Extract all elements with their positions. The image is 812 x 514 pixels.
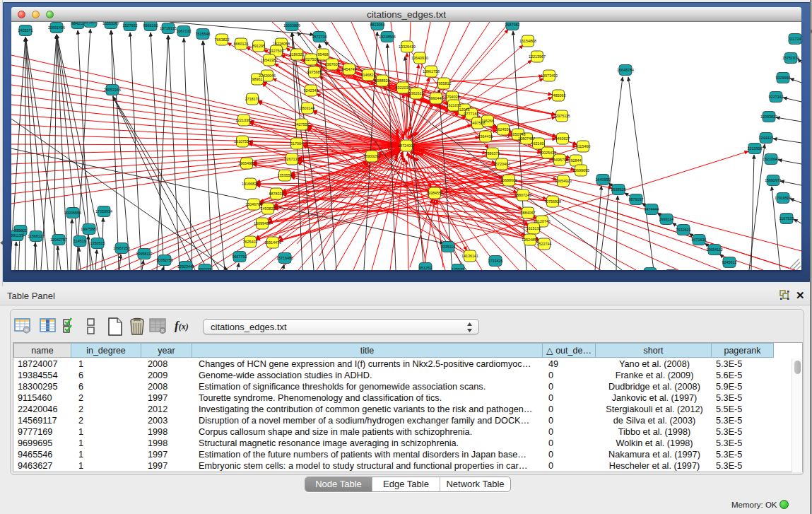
svg-text:10025438: 10025438 <box>539 151 556 155</box>
svg-text:16914479: 16914479 <box>264 240 281 245</box>
svg-text:70756928: 70756928 <box>544 199 561 204</box>
svg-text:8454749: 8454749 <box>342 67 357 71</box>
svg-text:3624554: 3624554 <box>496 127 511 132</box>
svg-text:19166825: 19166825 <box>242 182 259 186</box>
svg-text:15720407: 15720407 <box>493 162 510 166</box>
svg-text:3215958: 3215958 <box>748 146 763 151</box>
svg-text:15226058: 15226058 <box>273 42 290 46</box>
svg-text:11568127: 11568127 <box>28 234 45 238</box>
svg-text:125387: 125387 <box>84 22 97 24</box>
svg-text:8186323: 8186323 <box>290 52 305 57</box>
svg-text:3572734: 3572734 <box>312 35 327 39</box>
svg-text:9146821: 9146821 <box>361 73 376 77</box>
svg-text:16033809: 16033809 <box>283 23 300 28</box>
svg-text:17359934: 17359934 <box>95 209 112 214</box>
svg-text:20691406: 20691406 <box>48 25 65 30</box>
svg-text:10973493: 10973493 <box>541 74 558 78</box>
svg-text:8660124: 8660124 <box>234 42 249 46</box>
svg-text:7515546: 7515546 <box>196 32 211 36</box>
svg-text:10654112: 10654112 <box>706 247 723 252</box>
svg-text:1353554: 1353554 <box>278 173 293 177</box>
svg-text:9777169: 9777169 <box>464 112 479 116</box>
svg-text:9245612: 9245612 <box>722 260 737 264</box>
svg-text:10699695: 10699695 <box>572 168 589 173</box>
svg-text:125533: 125533 <box>452 267 464 270</box>
svg-text:9474444: 9474444 <box>645 207 659 211</box>
svg-text:16210643: 16210643 <box>763 157 779 161</box>
svg-text:9327509: 9327509 <box>269 49 284 53</box>
svg-text:62160: 62160 <box>534 141 544 146</box>
svg-text:984211: 984211 <box>71 22 84 25</box>
svg-text:16107554: 16107554 <box>234 139 251 144</box>
svg-text:1615132: 1615132 <box>526 226 541 230</box>
svg-text:1405571: 1405571 <box>18 28 33 33</box>
svg-text:9115460: 9115460 <box>576 144 591 148</box>
svg-text:1527602: 1527602 <box>123 23 138 28</box>
svg-text:1244415: 1244415 <box>759 136 774 140</box>
svg-text:7485063: 7485063 <box>551 93 566 98</box>
svg-text:2522744: 2522744 <box>537 242 552 246</box>
svg-text:15751074: 15751074 <box>782 56 799 60</box>
svg-text:9335114: 9335114 <box>441 245 456 249</box>
svg-text:1733426: 1733426 <box>488 259 503 263</box>
svg-text:1493822: 1493822 <box>261 206 276 211</box>
svg-text:7625402: 7625402 <box>243 240 258 244</box>
svg-text:13325419: 13325419 <box>399 45 416 49</box>
svg-text:6990448: 6990448 <box>429 96 444 100</box>
svg-text:12975115: 12975115 <box>553 114 570 118</box>
svg-text:6879197: 6879197 <box>629 197 644 201</box>
svg-text:9242343: 9242343 <box>304 88 319 93</box>
svg-text:2933114: 2933114 <box>659 217 674 221</box>
svg-text:9329966: 9329966 <box>776 76 791 80</box>
svg-text:2803144: 2803144 <box>300 106 315 110</box>
svg-text:10807487: 10807487 <box>518 136 535 141</box>
svg-text:16154808: 16154808 <box>519 39 536 43</box>
svg-text:1588520: 1588520 <box>375 78 390 83</box>
svg-text:7886372: 7886372 <box>486 151 500 156</box>
svg-text:12213967: 12213967 <box>529 54 546 59</box>
svg-text:13524851: 13524851 <box>522 238 539 242</box>
svg-text:19384554: 19384554 <box>426 191 443 195</box>
svg-text:317004: 317004 <box>290 141 303 146</box>
svg-text:16099489: 16099489 <box>254 221 271 226</box>
svg-text:8878332: 8878332 <box>269 192 284 196</box>
svg-text:12923448: 12923448 <box>177 264 194 269</box>
svg-text:1167533: 1167533 <box>779 216 794 221</box>
svg-text:15716485: 15716485 <box>276 256 293 260</box>
svg-text:19218506: 19218506 <box>379 35 396 39</box>
svg-text:7955812: 7955812 <box>437 81 452 86</box>
svg-text:10961758: 10961758 <box>423 69 440 74</box>
svg-text:10782759: 10782759 <box>156 258 173 262</box>
svg-text:18300295: 18300295 <box>363 154 380 158</box>
svg-text:1640955: 1640955 <box>596 177 611 182</box>
svg-text:1362615: 1362615 <box>409 91 424 95</box>
svg-text:6794028: 6794028 <box>445 95 460 99</box>
svg-text:15046766: 15046766 <box>245 202 262 206</box>
svg-text:3267130: 3267130 <box>285 157 300 161</box>
svg-text:10688609: 10688609 <box>500 178 517 182</box>
svg-text:8471636: 8471636 <box>692 238 707 242</box>
svg-text:95468: 95468 <box>318 52 329 57</box>
svg-text:9463627: 9463627 <box>555 136 570 141</box>
svg-text:25053346: 25053346 <box>104 88 121 92</box>
svg-text:10719135: 10719135 <box>160 26 177 30</box>
svg-text:19654983: 19654983 <box>238 161 255 165</box>
svg-text:10553267: 10553267 <box>102 22 119 25</box>
svg-text:991133: 991133 <box>11 233 23 238</box>
svg-text:12093822: 12093822 <box>760 115 777 119</box>
svg-text:746266: 746266 <box>481 119 494 123</box>
svg-text:17957253: 17957253 <box>113 246 130 250</box>
svg-text:12213369: 12213369 <box>235 118 252 122</box>
svg-text:7632621: 7632621 <box>676 228 691 232</box>
svg-text:19975887: 19975887 <box>81 227 98 231</box>
svg-text:13654923: 13654923 <box>555 179 572 183</box>
svg-text:9227342: 9227342 <box>769 95 784 99</box>
svg-text:13640910: 13640910 <box>411 56 428 60</box>
svg-text:18724007: 18724007 <box>398 144 415 148</box>
svg-text:8938928: 8938928 <box>611 187 626 192</box>
svg-text:8813054: 8813054 <box>370 23 385 27</box>
svg-text:7663822: 7663822 <box>215 37 230 42</box>
svg-text:20206556: 20206556 <box>64 211 81 215</box>
svg-text:1067133: 1067133 <box>177 29 192 33</box>
svg-text:3884067: 3884067 <box>521 211 536 215</box>
